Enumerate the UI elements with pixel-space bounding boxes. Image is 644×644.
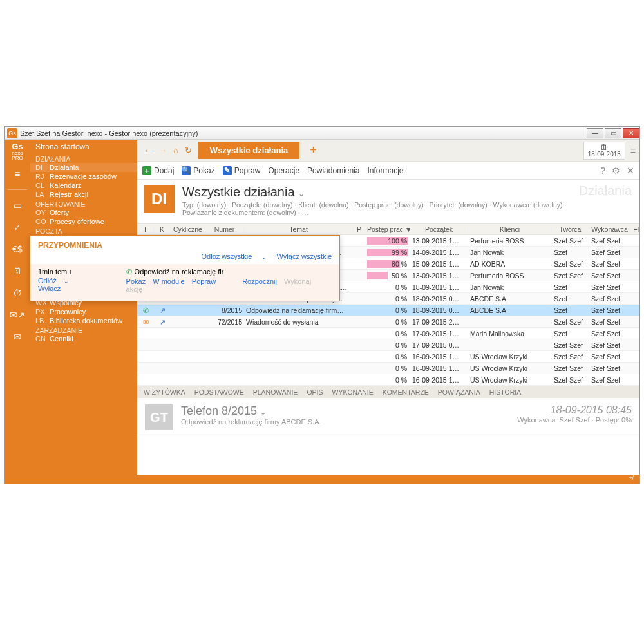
rail-menu-icon[interactable]: ≡ — [8, 165, 27, 183]
detail-tab[interactable]: HISTORIA — [489, 388, 521, 396]
close-panel-icon[interactable]: ✕ — [627, 166, 634, 176]
table-row[interactable]: ✆↗8/2015Odpowiedź na reklamację firm…0 %… — [137, 305, 639, 316]
detail-tab[interactable]: WYKONANIE — [332, 388, 373, 396]
col-flag[interactable]: Flaga — [630, 225, 639, 233]
table-row[interactable]: 0 %17-09-2015 1…Maria MalinowskaSzefSzef… — [137, 328, 639, 339]
help-icon[interactable]: ? — [600, 166, 605, 176]
gear-icon[interactable]: ⚙ — [612, 166, 620, 176]
disable-all-link[interactable]: Wyłącz wszystkie — [277, 252, 332, 260]
app-icon: Gs — [7, 128, 17, 138]
nav-home-icon[interactable]: ⌂ — [171, 144, 181, 156]
popup-show-link[interactable]: Pokaż — [126, 278, 146, 285]
detail-tab[interactable]: PODSTAWOWE — [194, 388, 244, 396]
postpone-all-link[interactable]: Odłóż wszystkie ⌄ — [194, 252, 267, 260]
col-p[interactable]: P — [354, 225, 365, 233]
table-row[interactable]: 0 %16-09-2015 1…US Wrocław KrzykiSzef Sz… — [137, 374, 639, 386]
detail-tab[interactable]: KOMENTARZE — [383, 388, 429, 396]
popup-module-link[interactable]: W module — [153, 278, 185, 285]
col-topic[interactable]: Temat — [244, 225, 354, 233]
product-logo: Gs nexo ·PRO· — [10, 142, 24, 161]
phone-icon: ✆ — [126, 268, 132, 276]
reminder-subject: ✆Odpowiedź na reklamację fir — [126, 268, 332, 276]
notif-button[interactable]: Powiadomienia — [307, 166, 359, 175]
reminders-popup: PRZYPOMNIENIA Odłóż wszystkie ⌄ Wyłącz w… — [30, 235, 340, 301]
col-exec[interactable]: Wykonawca — [589, 225, 630, 233]
col-start[interactable]: Początek — [410, 225, 468, 233]
rail-currency-icon[interactable]: €$ — [8, 240, 27, 258]
col-prog[interactable]: Postęp prac ▼ — [365, 225, 410, 233]
window-title: Szef Szef na Gestor_nexo - Gestor nexo (… — [20, 129, 198, 137]
content-area: ← → ⌂ ↻ Wszystkie działania + 🗓 18-09-20… — [137, 140, 639, 475]
detail-tab[interactable]: WIZYTÓWKA — [144, 388, 185, 396]
table-row[interactable]: ✉↗72/2015Wiadomość do wysłania0 %17-09-2… — [137, 316, 639, 328]
statusbar: +/- — [5, 475, 639, 484]
page-header: DI Wszystkie działania ⌄ Typ: (dowolny) … — [137, 180, 639, 223]
detail-subtitle: Odpowiedź na reklamację firmy ABCDE S.A. — [181, 418, 321, 426]
nav-refresh-icon[interactable]: ↻ — [182, 144, 194, 156]
date-badge[interactable]: 🗓 18-09-2015 — [583, 142, 625, 160]
col-k[interactable]: K — [154, 225, 171, 233]
popup-title: PRZYPOMNIENIA — [30, 236, 339, 252]
sidebar-section: ZARZĄDZANIE — [30, 325, 137, 334]
rail-check-icon[interactable]: ✓ — [8, 218, 27, 236]
detail-header: GT Telefon 8/2015 ⌄ Odpowiedź na reklama… — [137, 398, 639, 437]
grid-header: T K Cykliczne Numer Temat P Postęp prac … — [137, 223, 639, 235]
col-client[interactable]: Klienci — [468, 225, 552, 233]
postpone-link[interactable]: Odłóż ⌄ — [38, 277, 74, 285]
tabs-row: ← → ⌂ ↻ Wszystkie działania + 🗓 18-09-20… — [137, 140, 639, 162]
app-window: Gs Szef Szef na Gestor_nexo - Gestor nex… — [4, 126, 640, 484]
rail-timer-icon[interactable]: ⏱ — [8, 284, 27, 302]
sidebar-item[interactable]: LBBiblioteka dokumentów — [30, 316, 137, 325]
sidebar-item[interactable]: RJRezerwacje zasobów — [30, 172, 137, 181]
sidebar-item[interactable]: CNCenniki — [30, 334, 137, 343]
close-button[interactable]: ✕ — [623, 128, 639, 138]
table-row[interactable]: 0 %16-09-2015 1…US Wrocław KrzykiSzef Sz… — [137, 351, 639, 363]
rail-mail-icon[interactable]: ✉ — [8, 328, 27, 346]
rail-calendar-icon[interactable]: 🗓 — [8, 262, 27, 280]
tab-add-icon[interactable]: + — [303, 144, 323, 157]
nav-arrows: ← → ⌂ ↻ — [141, 144, 194, 156]
table-row[interactable]: 0 %17-09-2015 0…Szef SzefSzef Szef — [137, 339, 639, 351]
detail-tab[interactable]: PLANOWANIE — [253, 388, 298, 396]
popup-start-link[interactable]: Rozpocznij — [242, 278, 277, 285]
nav-back-icon[interactable]: ← — [141, 144, 155, 156]
detail-tab[interactable]: OPIS — [307, 388, 323, 396]
detail-datetime: 18-09-2015 08:45 — [517, 404, 632, 416]
sidebar-item[interactable]: OYOferty — [30, 208, 137, 217]
titlebar: Gs Szef Szef na Gestor_nexo - Gestor nex… — [5, 127, 639, 140]
detail-meta: Wykonawca: Szef Szef · Postęp: 0% — [517, 416, 632, 424]
popup-edit-link[interactable]: Popraw — [192, 278, 216, 285]
nav-fwd-icon[interactable]: → — [156, 144, 169, 156]
table-row[interactable]: 0 %16-09-2015 1…US Wrocław KrzykiSzef Sz… — [137, 363, 639, 374]
maximize-button[interactable]: ▭ — [605, 128, 621, 138]
col-num[interactable]: Numer — [205, 225, 244, 233]
sidebar-item[interactable]: LARejestr akcji — [30, 190, 137, 199]
detail-badge: GT — [145, 404, 173, 430]
page-title[interactable]: Wszystkie działania ⌄ — [182, 185, 582, 200]
detail-title[interactable]: Telefon 8/2015 ⌄ — [181, 404, 321, 418]
sidebar-item[interactable]: PXPracownicy — [30, 307, 137, 316]
show-button[interactable]: 🔍Pokaż — [182, 166, 214, 175]
sidebar-item[interactable]: COProcesy ofertowe — [30, 217, 137, 226]
calendar-icon: 🗓 — [600, 144, 608, 151]
sidebar-start[interactable]: Strona startowa — [30, 141, 137, 154]
rail-card-icon[interactable]: ▭ — [8, 196, 27, 214]
col-creator[interactable]: Twórca — [552, 225, 589, 233]
rail-mailout-icon[interactable]: ✉↗ — [8, 306, 27, 324]
sidebar-item[interactable]: CLKalendarz — [30, 181, 137, 190]
filter-summary[interactable]: Typ: (dowolny) · Początek: (dowolny) · K… — [182, 201, 582, 216]
sidebar-item[interactable]: DIDziałania — [30, 163, 137, 172]
detail-tab[interactable]: POWIĄZANIA — [438, 388, 480, 396]
detail-body — [137, 437, 639, 475]
add-button[interactable]: +Dodaj — [142, 166, 174, 175]
col-t[interactable]: T — [137, 225, 154, 233]
minimize-button[interactable]: — — [587, 128, 603, 138]
module-badge: DI — [144, 185, 175, 213]
disable-link[interactable]: Wyłącz — [38, 285, 61, 292]
tab-active[interactable]: Wszystkie działania — [198, 142, 299, 159]
context-menu-icon[interactable]: ≡ — [630, 146, 636, 156]
edit-button[interactable]: ✎Popraw — [223, 166, 261, 175]
col-cyc[interactable]: Cykliczne — [171, 225, 205, 233]
info-button[interactable]: Informacje — [368, 166, 404, 175]
ops-button[interactable]: Operacje — [268, 166, 299, 175]
